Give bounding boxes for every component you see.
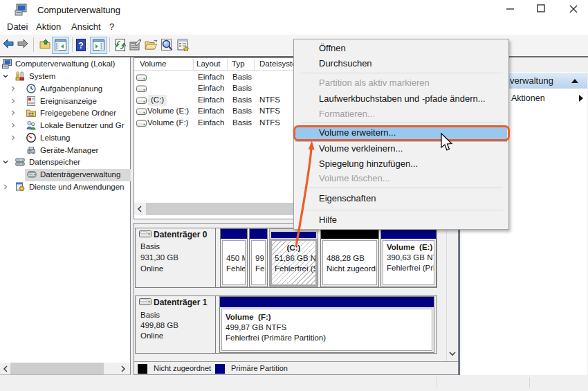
svg-text:?: ? — [78, 41, 83, 51]
